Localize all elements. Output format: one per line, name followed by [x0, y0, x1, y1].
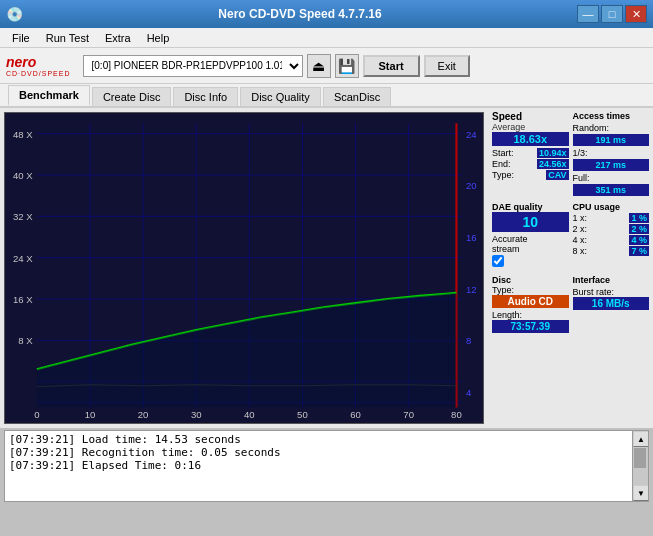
cpu-4x-label: 4 x:	[573, 235, 588, 245]
log-entry-0: [07:39:21] Load time: 14.53 seconds	[9, 433, 628, 446]
full-value: 351 ms	[573, 184, 650, 196]
svg-text:8: 8	[466, 336, 471, 347]
average-label: Average	[492, 122, 569, 132]
disc-section: Disc Type: Audio CD Length: 73:57.39	[492, 275, 569, 333]
speed-label: Speed	[492, 111, 569, 122]
svg-text:20: 20	[466, 181, 477, 192]
cpu-1x-value: 1 %	[629, 213, 649, 223]
log-entry-2: [07:39:21] Elapsed Time: 0:16	[9, 459, 628, 472]
disc-length-value: 73:57.39	[492, 320, 569, 333]
scroll-track	[633, 447, 648, 485]
disc-type-label: Type:	[492, 285, 569, 295]
svg-text:32 X: 32 X	[13, 212, 33, 223]
main-content: 48 X 40 X 32 X 24 X 16 X 8 X 24 20 16 12…	[0, 108, 653, 428]
svg-text:16: 16	[466, 232, 477, 243]
cpu-4x-value: 4 %	[629, 235, 649, 245]
dae-value: 10	[492, 212, 569, 232]
svg-text:48 X: 48 X	[13, 129, 33, 140]
interface-label: Interface	[573, 275, 650, 285]
cpu-8x-value: 7 %	[629, 246, 649, 256]
window-title: Nero CD-DVD Speed 4.7.7.16	[23, 7, 577, 21]
svg-text:30: 30	[191, 409, 202, 420]
menu-extra[interactable]: Extra	[97, 30, 139, 46]
scroll-down-button[interactable]: ▼	[633, 485, 649, 501]
svg-text:20: 20	[138, 409, 149, 420]
svg-text:4: 4	[466, 387, 471, 398]
access-section: Access times Random: 191 ms 1/3: 217 ms …	[573, 111, 650, 196]
tab-bar: Benchmark Create Disc Disc Info Disc Qua…	[0, 84, 653, 108]
log-area: [07:39:21] Load time: 14.53 seconds [07:…	[4, 430, 649, 502]
log-scrollbar: ▲ ▼	[632, 431, 648, 501]
one-third-label: 1/3:	[573, 148, 588, 158]
svg-text:80: 80	[451, 409, 462, 420]
exit-button[interactable]: Exit	[424, 55, 470, 77]
end-label: End:	[492, 159, 511, 169]
burst-value: 16 MB/s	[573, 297, 650, 310]
nero-logo: nero CD·DVD/SPEED	[6, 54, 71, 77]
title-bar-icon: 💿	[6, 6, 23, 22]
type-label: Type:	[492, 170, 514, 180]
scroll-up-button[interactable]: ▲	[633, 431, 649, 447]
random-label: Random:	[573, 123, 610, 133]
save-button[interactable]: 💾	[335, 54, 359, 78]
chart-svg: 48 X 40 X 32 X 24 X 16 X 8 X 24 20 16 12…	[5, 113, 483, 423]
cpu-2x-value: 2 %	[629, 224, 649, 234]
accurate-stream-checkbox[interactable]	[492, 255, 504, 267]
disc-type-value: Audio CD	[492, 295, 569, 308]
disc-label: Disc	[492, 275, 569, 285]
menu-bar: File Run Test Extra Help	[0, 28, 653, 48]
svg-text:50: 50	[297, 409, 308, 420]
menu-file[interactable]: File	[4, 30, 38, 46]
start-label: Start:	[492, 148, 514, 158]
type-value: CAV	[546, 170, 568, 180]
dae-section: DAE quality 10 Accurate stream	[492, 202, 569, 269]
cpu-1x-label: 1 x:	[573, 213, 588, 223]
nero-sub-text: CD·DVD/SPEED	[6, 70, 71, 77]
interface-section: Interface Burst rate: 16 MB/s	[573, 275, 650, 333]
svg-text:60: 60	[350, 409, 361, 420]
log-content: [07:39:21] Load time: 14.53 seconds [07:…	[5, 431, 632, 501]
close-button[interactable]: ✕	[625, 5, 647, 23]
tab-scandisc[interactable]: ScanDisc	[323, 87, 391, 106]
cpu-8x-label: 8 x:	[573, 246, 588, 256]
svg-text:0: 0	[34, 409, 39, 420]
nero-brand-text: nero	[6, 54, 71, 70]
maximize-button[interactable]: □	[601, 5, 623, 23]
scroll-thumb[interactable]	[634, 448, 646, 468]
cpu-label: CPU usage	[573, 202, 650, 212]
access-label: Access times	[573, 111, 650, 121]
tab-disc-quality[interactable]: Disc Quality	[240, 87, 321, 106]
menu-run-test[interactable]: Run Test	[38, 30, 97, 46]
title-bar: 💿 Nero CD-DVD Speed 4.7.7.16 — □ ✕	[0, 0, 653, 28]
burst-label: Burst rate:	[573, 287, 650, 297]
start-button[interactable]: Start	[363, 55, 420, 77]
minimize-button[interactable]: —	[577, 5, 599, 23]
toolbar: nero CD·DVD/SPEED [0:0] PIONEER BDR-PR1E…	[0, 48, 653, 84]
svg-text:12: 12	[466, 284, 477, 295]
tab-benchmark[interactable]: Benchmark	[8, 85, 90, 106]
eject-button[interactable]: ⏏	[307, 54, 331, 78]
menu-help[interactable]: Help	[139, 30, 178, 46]
right-panel: Speed Average 18.63x Start: 10.94x End: …	[488, 108, 653, 428]
tab-create-disc[interactable]: Create Disc	[92, 87, 171, 106]
start-value: 10.94x	[537, 148, 569, 158]
average-value: 18.63x	[492, 132, 569, 146]
dae-label: DAE quality	[492, 202, 569, 212]
svg-text:24: 24	[466, 129, 477, 140]
speed-section: Speed Average 18.63x Start: 10.94x End: …	[492, 111, 569, 196]
log-entry-1: [07:39:21] Recognition time: 0.05 second…	[9, 446, 628, 459]
drive-selector[interactable]: [0:0] PIONEER BDR-PR1EPDVPP100 1.01	[83, 55, 303, 77]
svg-text:24 X: 24 X	[13, 253, 33, 264]
random-value: 191 ms	[573, 134, 650, 146]
svg-text:8 X: 8 X	[18, 336, 33, 347]
accurate-label: Accurate	[492, 234, 569, 244]
svg-text:40 X: 40 X	[13, 170, 33, 181]
chart-area: 48 X 40 X 32 X 24 X 16 X 8 X 24 20 16 12…	[4, 112, 484, 424]
tab-disc-info[interactable]: Disc Info	[173, 87, 238, 106]
window-controls: — □ ✕	[577, 5, 647, 23]
svg-text:16 X: 16 X	[13, 294, 33, 305]
cpu-section: CPU usage 1 x: 1 % 2 x: 2 % 4 x: 4 % 8 x…	[573, 202, 650, 269]
full-label: Full:	[573, 173, 590, 183]
disc-length-label: Length:	[492, 310, 569, 320]
end-value: 24.56x	[537, 159, 569, 169]
